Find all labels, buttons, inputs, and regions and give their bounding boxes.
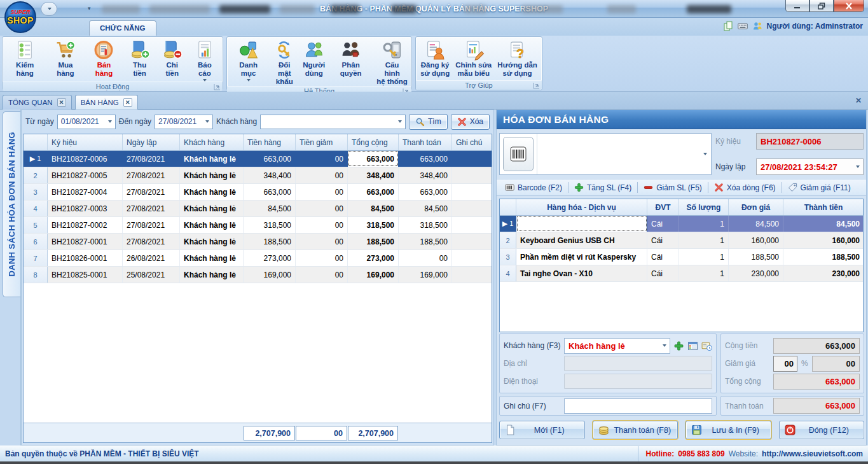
invoice-row[interactable]: 6BH210827-000127/08/2021Khách hàng lẻ188… bbox=[24, 234, 492, 250]
ribbon-button-mua-hang[interactable]: Mua hàng bbox=[46, 39, 85, 81]
chevron-down-icon[interactable] bbox=[856, 165, 860, 168]
restore-button[interactable] bbox=[809, 0, 834, 12]
moi-button[interactable]: Mới (F1) bbox=[499, 421, 585, 439]
column-header[interactable]: Tổng cộng bbox=[348, 134, 399, 150]
ribbon-button-danh-muc[interactable]: Danh mục bbox=[228, 39, 268, 86]
product-search-combo[interactable] bbox=[537, 134, 711, 174]
invoice-grid-body: ▶ 1BH210827-000627/08/2021Khách hàng lẻ6… bbox=[24, 151, 492, 423]
invoice-row[interactable]: 4BH210827-000327/08/2021Khách hàng lẻ84,… bbox=[24, 200, 492, 217]
ribbon-group: Danh mụcĐổi mậtkhẩuNgườidùngPhân quyềnCấ… bbox=[226, 36, 412, 90]
close-tab-icon[interactable]: ✕ bbox=[123, 98, 132, 107]
tab-chuc-nang[interactable]: CHỨC NĂNG bbox=[89, 20, 156, 36]
row-indicator: 8 bbox=[24, 267, 48, 283]
luu-in-button[interactable]: Lưu & In (F9) bbox=[685, 421, 771, 439]
quick-access-toolbar[interactable] bbox=[41, 2, 57, 16]
column-header[interactable]: Ngày lập bbox=[123, 134, 180, 150]
chevron-down-icon[interactable] bbox=[108, 120, 112, 123]
item-row[interactable]: 2Keyboard Genius USB CHCái1160,000160,00… bbox=[500, 232, 863, 249]
invoice-date-input[interactable]: 27/08/2021 23:54:27 bbox=[756, 158, 864, 175]
percent-sign: % bbox=[801, 359, 808, 368]
item-row[interactable]: 4Tai nghe Ovan - X10Cái1230,000230,000 bbox=[500, 265, 863, 282]
ribbon-button-nguoi-dung[interactable]: Ngườidùng bbox=[300, 39, 327, 86]
dong-button[interactable]: Đóng (F12) bbox=[779, 421, 865, 439]
row-indicator: 3 bbox=[24, 184, 48, 200]
clear-button[interactable]: Xóa bbox=[451, 114, 490, 130]
invoice-row[interactable]: 5BH210827-000227/08/2021Khách hàng lẻ318… bbox=[24, 217, 492, 234]
to-date-input[interactable]: 27/08/2021 bbox=[155, 115, 213, 129]
toolbar-button-giam-gia[interactable]: Giảm giá (F11) bbox=[782, 181, 857, 194]
ribbon-button-chi-tien[interactable]: Chi tiền bbox=[156, 39, 188, 81]
toolbar-button-xoa-dong[interactable]: Xóa dòng (F6) bbox=[708, 181, 782, 194]
toolbar-button-barcode[interactable]: Barcode (F2) bbox=[499, 181, 568, 194]
document-tab-2[interactable]: BÁN HÀNG✕ bbox=[75, 95, 138, 109]
sidebar-tab-invoice-list[interactable]: DANH SÁCH HÓA ĐƠN BÁN HÀNG bbox=[3, 111, 20, 297]
close-button[interactable] bbox=[834, 0, 864, 12]
customer-card-icon[interactable] bbox=[701, 341, 712, 351]
ribbon-button-chinh-sua-mau-bieu[interactable]: Chỉnh sửamẫu biểu bbox=[453, 39, 494, 80]
discount-percent-input[interactable]: 00 bbox=[773, 356, 797, 372]
grid-cell: Cái bbox=[647, 232, 679, 248]
grid-cell: 663,000 bbox=[399, 151, 452, 167]
customer-combo[interactable]: Khách hàng lẻ bbox=[564, 338, 670, 354]
chevron-down-icon[interactable] bbox=[663, 344, 666, 347]
thanh-toan-button[interactable]: Thanh toán (F8) bbox=[593, 421, 679, 439]
row-indicator: 2 bbox=[500, 232, 516, 248]
grid-cell: 663,000 bbox=[348, 184, 399, 200]
ribbon-button-doi-mat-khau[interactable]: Đổi mậtkhẩu bbox=[268, 39, 300, 86]
column-header[interactable]: Hàng hóa - Dịch vụ bbox=[516, 199, 647, 215]
barcode-button[interactable] bbox=[503, 137, 534, 171]
ribbon-button-dang-ky-su-dung[interactable]: Đăng kýsử dụng bbox=[418, 39, 452, 80]
item-row[interactable]: ▶ 1Chuột quang Genius DX 110Cái184,50084… bbox=[500, 216, 863, 232]
invoice-row[interactable]: 8BH210825-000125/08/2021Khách hàng lẻ169… bbox=[24, 267, 492, 283]
grid-cell: 27/08/2021 bbox=[123, 217, 180, 233]
dialog-launcher-icon[interactable] bbox=[533, 82, 540, 89]
ribbon-button-bao-cao[interactable]: Báo cáo bbox=[188, 39, 221, 81]
column-header[interactable]: Ký hiệu bbox=[48, 134, 123, 150]
ribbon-button-thu-tien[interactable]: Thu tiền bbox=[123, 39, 156, 81]
column-header[interactable]: Đơn giá bbox=[729, 199, 783, 215]
column-header[interactable]: Tiền giảm bbox=[296, 134, 348, 150]
column-header[interactable]: Ghi chú bbox=[452, 134, 493, 150]
website-url[interactable]: http://www.sieuvietsoft.com bbox=[762, 449, 863, 458]
close-document-icon[interactable]: ✕ bbox=[855, 96, 862, 105]
ribbon-button-kiem-hang[interactable]: Kiểm hàng bbox=[4, 39, 46, 81]
column-header[interactable]: Khách hàng bbox=[180, 134, 244, 150]
chevron-down-icon[interactable] bbox=[703, 153, 707, 155]
add-customer-icon[interactable] bbox=[673, 341, 684, 351]
column-header[interactable]: ĐVT bbox=[647, 199, 679, 215]
dialog-launcher-icon[interactable] bbox=[214, 83, 221, 90]
ribbon-button-phan-quyen[interactable]: Phân quyền bbox=[327, 39, 374, 86]
grid-cell: Chuột quang Genius DX 110 bbox=[516, 216, 647, 232]
note-input[interactable] bbox=[564, 398, 712, 414]
item-row[interactable]: 3Phần mềm diệt vi rút KasperskyCái1188,5… bbox=[500, 249, 863, 265]
chevron-down-icon[interactable] bbox=[205, 120, 209, 123]
chevron-down-icon[interactable] bbox=[398, 120, 402, 123]
customer-filter-combo[interactable] bbox=[260, 115, 406, 129]
column-header[interactable]: Số lượng bbox=[679, 199, 729, 215]
column-header[interactable]: Thanh toán bbox=[399, 134, 452, 150]
from-date-input[interactable]: 01/08/2021 bbox=[57, 115, 116, 129]
document-tab-1[interactable]: TỔNG QUAN✕ bbox=[3, 95, 72, 109]
toolbar-button-giam-sl[interactable]: Giảm SL (F5) bbox=[638, 181, 708, 194]
invoice-row[interactable]: 3BH210827-000427/08/2021Khách hàng lẻ663… bbox=[24, 184, 492, 200]
customer-label: Khách hàng (F3) bbox=[504, 341, 561, 350]
invoice-row[interactable]: 7BH210826-000126/08/2021Khách hàng lẻ273… bbox=[24, 250, 492, 267]
panel-title: HÓA ĐƠN BÁN HÀNG bbox=[497, 110, 866, 129]
ribbon-button-cau-hinh-he-thong[interactable]: Cấu hìnhhệ thống bbox=[374, 39, 410, 86]
close-tab-icon[interactable]: ✕ bbox=[57, 98, 66, 107]
grid-cell: 188,500 bbox=[783, 249, 863, 265]
minimize-button[interactable] bbox=[785, 0, 809, 12]
column-header[interactable]: Thành tiền bbox=[783, 199, 864, 215]
ribbon-group-label: Hoạt Động bbox=[3, 81, 223, 91]
invoice-row[interactable]: ▶ 1BH210827-000627/08/2021Khách hàng lẻ6… bbox=[24, 151, 492, 167]
ribbon-button-ban-hang[interactable]: Bán hàng bbox=[85, 39, 123, 81]
column-header[interactable]: Tiền hàng bbox=[244, 134, 296, 150]
row-indicator: 4 bbox=[24, 200, 48, 216]
screen-edge bbox=[0, 461, 868, 464]
customer-list-icon[interactable] bbox=[687, 341, 698, 351]
find-button[interactable]: Tìm bbox=[409, 114, 448, 130]
ribbon-button-huong-dan-su-dung[interactable]: ?Hướng dẫnsử dụng bbox=[495, 39, 540, 80]
invoice-row[interactable]: 2BH210827-000527/08/2021Khách hàng lẻ348… bbox=[24, 167, 492, 184]
toolbar-button-tang-sl[interactable]: Tăng SL (F4) bbox=[568, 181, 637, 194]
qat-customize-icon[interactable]: ▾ bbox=[88, 5, 91, 11]
